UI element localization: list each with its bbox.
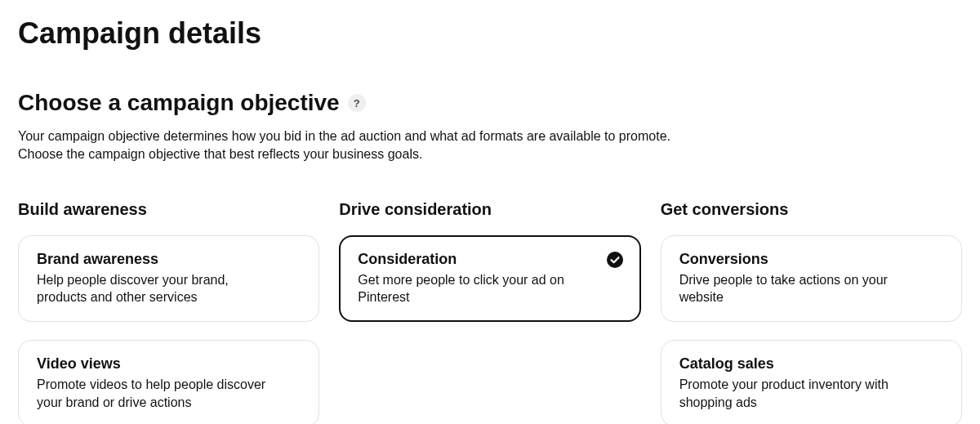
card-desc: Promote videos to help people discover y… bbox=[37, 376, 301, 411]
desc-line-2: Choose the campaign objective that best … bbox=[18, 147, 422, 161]
column-title-awareness: Build awareness bbox=[18, 200, 319, 219]
column-consideration: Drive consideration Consideration Get mo… bbox=[339, 200, 640, 424]
card-desc: Drive people to take actions on your web… bbox=[679, 271, 943, 306]
objective-card-consideration[interactable]: Consideration Get more people to click y… bbox=[339, 235, 640, 322]
column-awareness: Build awareness Brand awareness Help peo… bbox=[18, 200, 319, 424]
objective-card-conversions[interactable]: Conversions Drive people to take actions… bbox=[661, 235, 962, 322]
card-desc: Promote your product inventory with shop… bbox=[679, 376, 943, 411]
objective-card-video-views[interactable]: Video views Promote videos to help peopl… bbox=[18, 340, 319, 424]
objective-section-description: Your campaign objective determines how y… bbox=[18, 127, 962, 164]
card-desc: Get more people to click your ad on Pint… bbox=[358, 271, 621, 306]
column-title-consideration: Drive consideration bbox=[339, 200, 640, 219]
card-title: Conversions bbox=[679, 251, 943, 268]
objective-card-brand-awareness[interactable]: Brand awareness Help people discover you… bbox=[18, 235, 319, 322]
card-title: Consideration bbox=[358, 251, 621, 268]
column-conversions: Get conversions Conversions Drive people… bbox=[661, 200, 962, 424]
page-title: Campaign details bbox=[18, 16, 962, 51]
desc-line-1: Your campaign objective determines how y… bbox=[18, 129, 670, 143]
objective-section-title: Choose a campaign objective bbox=[18, 90, 340, 116]
card-desc: Help people discover your brand, product… bbox=[37, 271, 301, 306]
check-circle-icon bbox=[607, 252, 623, 268]
svg-point-0 bbox=[607, 252, 623, 268]
card-title: Catalog sales bbox=[679, 355, 943, 373]
objective-columns: Build awareness Brand awareness Help peo… bbox=[18, 200, 962, 424]
card-title: Video views bbox=[37, 355, 301, 373]
help-icon[interactable]: ? bbox=[348, 94, 366, 112]
objective-card-catalog-sales[interactable]: Catalog sales Promote your product inven… bbox=[661, 340, 962, 424]
card-title: Brand awareness bbox=[37, 251, 301, 268]
objective-section-header: Choose a campaign objective ? bbox=[18, 90, 962, 116]
column-title-conversions: Get conversions bbox=[661, 200, 962, 219]
